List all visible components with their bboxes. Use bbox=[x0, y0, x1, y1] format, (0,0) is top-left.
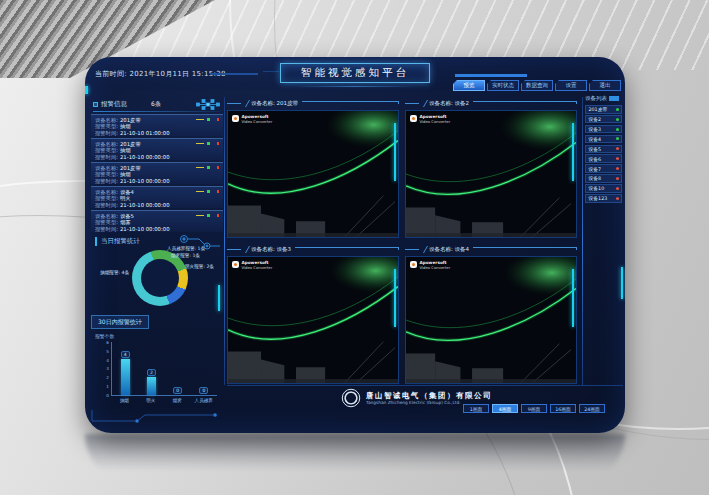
video-slider[interactable] bbox=[394, 123, 397, 181]
alarm-item[interactable]: 设备名称:201皮带 报警类型:抽烟 报警时间:21-10-10 00:00:0… bbox=[91, 162, 223, 184]
device-list-item[interactable]: 设备5 bbox=[585, 145, 622, 154]
bar-value: 0 bbox=[173, 387, 182, 394]
video-panel-title: 设备名称: 设备2 bbox=[429, 100, 469, 107]
device-list-item[interactable]: 设备2 bbox=[585, 115, 622, 124]
screen-9-button[interactable]: 9画面 bbox=[521, 404, 547, 413]
watermark: Apowersoft Video Converter bbox=[232, 261, 272, 270]
screen-16-button[interactable]: 16画面 bbox=[550, 404, 576, 413]
device-name: 设备2 bbox=[589, 116, 602, 122]
device-name-label: 设备名称: bbox=[95, 165, 118, 172]
video-feed[interactable]: Apowersoft Video Converter bbox=[405, 256, 577, 384]
edge-accent bbox=[85, 86, 88, 94]
x-axis-labels: 抽烟 明火 烟雾 人员越界 bbox=[111, 398, 217, 403]
current-time: 当前时间: 2021年10月11日 15:15:38 bbox=[95, 69, 226, 79]
device-list-item[interactable]: 设备123 bbox=[585, 194, 622, 203]
device-name: 设备8 bbox=[589, 175, 602, 181]
video-feed[interactable]: Apowersoft Video Converter bbox=[405, 110, 577, 238]
divider bbox=[227, 385, 623, 386]
alarm-time-label: 报警时间: bbox=[95, 154, 118, 161]
device-list-item[interactable]: 201皮带 bbox=[585, 105, 622, 114]
daily-stats-title: 当日报警统计 bbox=[95, 237, 140, 246]
top-nav: 预览 实时状态 数据查询 设置 退出 bbox=[453, 80, 621, 91]
device-list-item[interactable]: 设备4 bbox=[585, 135, 622, 144]
alarm-type-value: 烟雾 bbox=[120, 219, 131, 226]
device-name-label: 设备名称: bbox=[95, 213, 118, 220]
device-name-value: 201皮带 bbox=[120, 141, 141, 148]
watermark: Apowersoft Video Converter bbox=[410, 115, 450, 124]
divider bbox=[582, 97, 583, 385]
status-dot bbox=[616, 108, 619, 111]
alarm-time-label: 报警时间: bbox=[95, 178, 118, 185]
video-panel-header: 设备名称: 设备2 bbox=[405, 97, 577, 110]
device-list-item[interactable]: 设备8 bbox=[585, 174, 622, 183]
apowersoft-logo-icon bbox=[410, 261, 417, 268]
device-list-panel: 设备列表 201皮带 设备2 设备3 设备4 设备5 设备6 设备7 设备8 设… bbox=[585, 95, 622, 204]
donut-label-smoking: 抽烟报警: 4条 bbox=[87, 270, 129, 275]
device-name: 设备5 bbox=[589, 146, 602, 152]
monthly-bar-chart: 6543210 4 2 0 0 抽烟 明火 烟雾 人员越界 bbox=[101, 342, 217, 405]
device-name-value: 201皮带 bbox=[120, 165, 141, 172]
alarm-list-scrollbar[interactable] bbox=[218, 285, 220, 311]
alarm-item[interactable]: 设备名称:设备4 报警类型:明火 报警时间:21-10-10 00:00:00 bbox=[91, 186, 223, 208]
video-slider[interactable] bbox=[572, 269, 575, 327]
device-list-tab[interactable] bbox=[609, 96, 619, 101]
y-axis-label: 报警个数 bbox=[95, 333, 114, 339]
device-list-item[interactable]: 设备10 bbox=[585, 184, 622, 193]
alarm-type-label: 报警类型: bbox=[95, 171, 118, 178]
video-scene bbox=[406, 111, 576, 237]
video-panel-1: 设备名称: 201皮带 Apowersoft Video Co bbox=[227, 97, 399, 238]
nav-tab-realtime-status[interactable]: 实时状态 bbox=[487, 80, 519, 91]
nav-tab-preview[interactable]: 预览 bbox=[453, 80, 485, 91]
alarm-time-label: 报警时间: bbox=[95, 130, 118, 137]
apowersoft-logo-icon bbox=[410, 115, 417, 122]
status-dot bbox=[616, 118, 619, 121]
alarm-count-badge: 6条 bbox=[151, 100, 161, 109]
watermark-line2: Video Converter bbox=[242, 120, 273, 124]
x-tick: 烟雾 bbox=[164, 398, 191, 403]
alarm-type-label: 报警类型: bbox=[95, 195, 118, 202]
nav-active-indicator bbox=[455, 74, 527, 77]
nav-tab-settings[interactable]: 设置 bbox=[555, 80, 587, 91]
nav-tab-exit[interactable]: 退出 bbox=[589, 80, 621, 91]
alarm-list: 设备名称:201皮带 报警类型:抽烟 报警时间:21-10-10 01:00:0… bbox=[91, 114, 223, 234]
apowersoft-logo-icon bbox=[232, 261, 239, 268]
alarm-type-value: 抽烟 bbox=[120, 171, 131, 178]
divider bbox=[93, 111, 221, 112]
daily-donut-hole bbox=[141, 259, 179, 297]
device-list-header: 设备列表 bbox=[585, 95, 622, 102]
video-slider[interactable] bbox=[394, 269, 397, 327]
nav-tab-data-query[interactable]: 数据查询 bbox=[521, 80, 553, 91]
alarm-type-label: 报警类型: bbox=[95, 147, 118, 154]
alarm-item[interactable]: 设备名称:201皮带 报警类型:抽烟 报警时间:21-10-10 01:00:0… bbox=[91, 114, 223, 136]
video-panel-title: 设备名称: 设备3 bbox=[251, 246, 291, 253]
x-tick: 人员越界 bbox=[191, 398, 218, 403]
alarm-item[interactable]: 设备名称:201皮带 报警类型:抽烟 报警时间:21-10-10 00:00:0… bbox=[91, 138, 223, 160]
video-feed[interactable]: Apowersoft Video Converter bbox=[227, 256, 399, 384]
alarm-type-value: 抽烟 bbox=[120, 147, 131, 154]
bar-value: 2 bbox=[147, 369, 156, 376]
device-list-item[interactable]: 设备3 bbox=[585, 125, 622, 134]
device-list-item[interactable]: 设备7 bbox=[585, 164, 622, 173]
video-slider[interactable] bbox=[572, 123, 575, 181]
apowersoft-logo-icon bbox=[232, 115, 239, 122]
video-scene bbox=[406, 257, 576, 383]
device-list-item[interactable]: 设备6 bbox=[585, 154, 622, 163]
alarm-item[interactable]: 设备名称:设备5 报警类型:烟雾 报警时间:21-10-10 00:00:00 bbox=[91, 210, 223, 232]
bar-value: 0 bbox=[199, 387, 208, 394]
video-panel-4: 设备名称: 设备4 Apowersoft Video Conv bbox=[405, 243, 577, 384]
device-list-scrollbar[interactable] bbox=[621, 267, 623, 299]
video-feed[interactable]: Apowersoft Video Converter bbox=[227, 110, 399, 238]
video-panel-header: 设备名称: 设备4 bbox=[405, 243, 577, 256]
screen-24-button[interactable]: 24画面 bbox=[579, 404, 605, 413]
device-name: 设备6 bbox=[589, 156, 602, 162]
status-dot bbox=[616, 167, 619, 170]
screen-1-button[interactable]: 1画面 bbox=[463, 404, 489, 413]
alarm-panel-header: 报警信息 6条 bbox=[93, 99, 221, 110]
video-panel-2: 设备名称: 设备2 Apowersoft Video Conv bbox=[405, 97, 577, 238]
bar-value: 4 bbox=[121, 351, 130, 358]
status-dot bbox=[616, 187, 619, 190]
page-title: 智能视觉感知平台 bbox=[280, 63, 430, 83]
screen-4-button[interactable]: 4画面 bbox=[492, 404, 518, 413]
device-name-value: 设备4 bbox=[120, 189, 134, 196]
bar-column: 0 bbox=[165, 387, 191, 395]
